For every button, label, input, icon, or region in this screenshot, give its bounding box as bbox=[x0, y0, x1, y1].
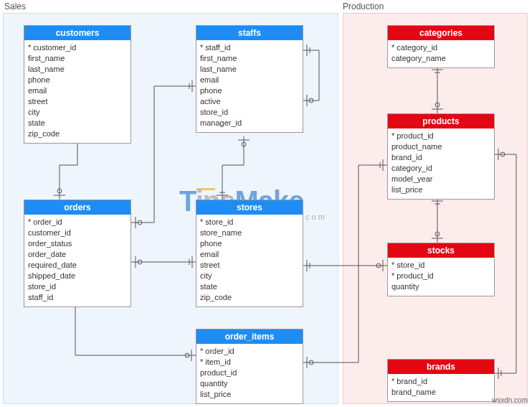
column: email bbox=[200, 75, 299, 85]
table-stocks: stocks * store_id * product_id quantity bbox=[387, 243, 495, 296]
table-order-items: order_items * order_id * item_id product… bbox=[196, 329, 303, 404]
table-header: stocks bbox=[388, 243, 494, 258]
column: store_id bbox=[28, 281, 127, 292]
region-production bbox=[343, 13, 528, 404]
table-body: * order_id * item_id product_id quantity… bbox=[196, 344, 303, 403]
column: email bbox=[200, 249, 299, 260]
table-body: * store_id store_name phone email street… bbox=[196, 215, 303, 307]
column: * order_id bbox=[28, 217, 127, 228]
table-header: staffs bbox=[196, 26, 303, 40]
table-body: * product_id product_name brand_id categ… bbox=[388, 128, 494, 199]
column: phone bbox=[200, 238, 299, 249]
column: street bbox=[28, 96, 127, 107]
column: first_name bbox=[28, 53, 127, 64]
column: * product_id bbox=[391, 271, 490, 281]
column: quantity bbox=[391, 281, 490, 292]
column: store_name bbox=[200, 228, 299, 238]
column: customer_id bbox=[28, 228, 127, 238]
column: * item_id bbox=[200, 357, 299, 368]
column: shipped_date bbox=[28, 271, 127, 281]
table-header: stores bbox=[196, 200, 303, 215]
table-body: * store_id * product_id quantity bbox=[388, 258, 494, 296]
column: last_name bbox=[200, 64, 299, 75]
column: city bbox=[200, 271, 299, 281]
column: model_year bbox=[391, 174, 490, 184]
table-customers: customers * customer_id first_name last_… bbox=[24, 25, 131, 144]
column: phone bbox=[28, 75, 127, 85]
column: manager_id bbox=[200, 118, 299, 128]
table-orders: orders * order_id customer_id order_stat… bbox=[24, 200, 131, 307]
column: * store_id bbox=[391, 260, 490, 271]
column: street bbox=[200, 260, 299, 271]
column: city bbox=[28, 107, 127, 118]
region-label-sales: Sales bbox=[4, 1, 26, 11]
column: store_id bbox=[200, 107, 299, 118]
column: * category_id bbox=[391, 42, 490, 53]
table-header: categories bbox=[388, 26, 494, 40]
column: * customer_id bbox=[28, 42, 127, 53]
column: email bbox=[28, 85, 127, 96]
column: category_name bbox=[391, 53, 490, 64]
column: list_price bbox=[391, 184, 490, 195]
column: state bbox=[28, 118, 127, 128]
column: * brand_id bbox=[391, 376, 490, 387]
table-body: * brand_id brand_name bbox=[388, 374, 494, 401]
column: * product_id bbox=[391, 131, 490, 141]
table-header: customers bbox=[24, 26, 130, 40]
column: staff_id bbox=[28, 292, 127, 303]
column: * store_id bbox=[200, 217, 299, 228]
column: list_price bbox=[200, 389, 299, 400]
column: product_id bbox=[200, 368, 299, 378]
column: phone bbox=[200, 85, 299, 96]
table-brands: brands * brand_id brand_name bbox=[387, 359, 495, 402]
table-body: * staff_id first_name last_name email ph… bbox=[196, 40, 303, 132]
column: state bbox=[200, 281, 299, 292]
table-header: brands bbox=[388, 360, 494, 374]
column: category_id bbox=[391, 163, 490, 174]
column: first_name bbox=[200, 53, 299, 64]
column: brand_name bbox=[391, 387, 490, 398]
table-header: orders bbox=[24, 200, 130, 215]
column: brand_id bbox=[391, 152, 490, 163]
table-body: * order_id customer_id order_status orde… bbox=[24, 215, 130, 307]
column: quantity bbox=[200, 378, 299, 389]
erd-canvas: Sales Production bbox=[0, 0, 532, 407]
watermark-accent bbox=[196, 188, 215, 190]
table-stores: stores * store_id store_name phone email… bbox=[196, 200, 303, 307]
column: active bbox=[200, 96, 299, 107]
column: * order_id bbox=[200, 346, 299, 357]
column: order_status bbox=[28, 238, 127, 249]
table-staffs: staffs * staff_id first_name last_name e… bbox=[196, 25, 303, 133]
table-categories: categories * category_id category_name bbox=[387, 25, 495, 68]
table-header: products bbox=[388, 114, 494, 128]
table-products: products * product_id product_name brand… bbox=[387, 113, 495, 200]
watermark-com: .com bbox=[301, 212, 327, 221]
table-body: * customer_id first_name last_name phone… bbox=[24, 40, 130, 143]
column: * staff_id bbox=[200, 42, 299, 53]
column: product_name bbox=[391, 141, 490, 152]
column: last_name bbox=[28, 64, 127, 75]
column: zip_code bbox=[200, 292, 299, 303]
column: required_date bbox=[28, 260, 127, 271]
table-body: * category_id category_name bbox=[388, 40, 494, 67]
table-header: order_items bbox=[196, 329, 303, 344]
region-label-production: Production bbox=[343, 1, 384, 11]
column: zip_code bbox=[28, 128, 127, 139]
column: order_date bbox=[28, 249, 127, 260]
credit-text: wsxdn.com bbox=[492, 396, 528, 404]
